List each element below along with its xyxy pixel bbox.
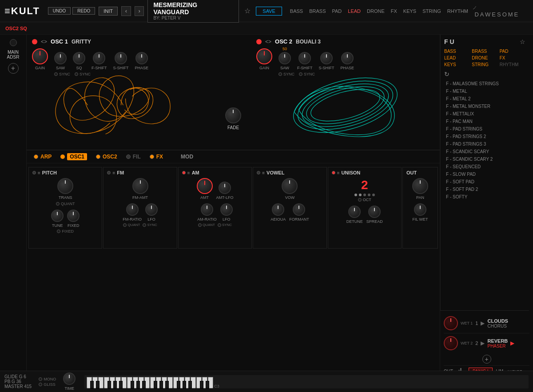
fm-ratio-knob[interactable] — [126, 203, 139, 216]
osc1-sq-knob[interactable] — [73, 52, 85, 64]
right-cat-pad[interactable]: PAD — [500, 49, 525, 54]
tab-drone[interactable]: DRONE — [367, 8, 385, 14]
right-cat-rhythm[interactable]: RHYTHM — [500, 62, 525, 67]
fx2-active-arrow[interactable]: ▶ — [510, 340, 514, 346]
am-ratio-knob[interactable] — [201, 203, 213, 216]
key-20[interactable] — [196, 377, 202, 380]
osc1-led[interactable] — [32, 39, 37, 44]
preset-item-10[interactable]: F - SCANDIC SCARY 2 — [444, 156, 525, 162]
osc1-sshift-knob[interactable] — [115, 52, 127, 64]
key-21[interactable] — [202, 377, 207, 380]
preset-item-12[interactable]: F - SLOW PAD — [444, 171, 525, 178]
mono-item[interactable]: MONO — [39, 377, 56, 380]
key-19[interactable] — [191, 377, 196, 380]
keyboard-display[interactable]: .key-w { width:12px; height:26px; backgr… — [84, 375, 440, 380]
osc1-fshift-knob[interactable] — [93, 52, 105, 64]
am-amtlfo-knob[interactable] — [219, 182, 231, 194]
osc1-gain-knob[interactable] — [32, 48, 48, 64]
osc2-fshift-knob[interactable] — [298, 52, 311, 64]
tab-bass[interactable]: BASS — [290, 8, 303, 14]
tab-keys[interactable]: KEYS — [403, 8, 416, 14]
key-22[interactable] — [208, 377, 213, 380]
preset-item-7[interactable]: F - PAD STRINGS 2 — [444, 133, 525, 140]
preset-item-0[interactable]: F - MALASOME STRINGS — [444, 80, 525, 87]
preset-item-6[interactable]: F - PAD STRINGS — [444, 126, 525, 132]
right-cat-fx[interactable]: FX — [500, 55, 525, 60]
key-9[interactable] — [133, 377, 138, 380]
key-7[interactable] — [121, 377, 127, 380]
key-11[interactable] — [144, 377, 150, 380]
key-15[interactable] — [167, 377, 173, 380]
redo-button[interactable]: REDO — [72, 7, 95, 15]
nav-fil[interactable]: FIL — [126, 154, 141, 160]
time-knob[interactable] — [63, 372, 76, 380]
nav-arp[interactable]: ARP — [34, 154, 52, 160]
fm-amt-knob[interactable] — [132, 178, 148, 194]
pitch-trans-knob[interactable] — [57, 178, 73, 194]
tab-pad[interactable]: PAD — [332, 8, 342, 14]
am-lfo-knob[interactable] — [220, 203, 233, 216]
add-button[interactable]: + — [8, 63, 19, 74]
save-button[interactable]: SAVE — [256, 7, 282, 16]
nav-mod[interactable]: MOD — [172, 154, 193, 160]
nav-fx[interactable]: FX — [150, 154, 163, 160]
fx1-arrow[interactable]: ▶ — [481, 320, 485, 326]
fx2-knob[interactable] — [444, 336, 458, 350]
right-star-btn[interactable]: ☆ — [520, 38, 525, 45]
pitch-fixed-knob[interactable] — [67, 210, 80, 222]
preset-item-1[interactable]: F - METAL — [444, 88, 525, 95]
nav-osc2[interactable]: OSC2 — [96, 154, 117, 160]
key-12[interactable] — [150, 377, 155, 380]
init-button[interactable]: INIT — [99, 7, 118, 16]
fx-add-button[interactable]: + — [482, 355, 491, 364]
unison-detune-knob[interactable] — [348, 206, 361, 218]
right-cat-keys[interactable]: KEYS — [444, 62, 470, 67]
fade-knob[interactable] — [225, 107, 241, 123]
refresh-icon[interactable]: ↻ — [444, 71, 525, 78]
osc2-led[interactable] — [256, 39, 262, 44]
vowel-aeioua-knob[interactable] — [272, 203, 284, 216]
osc1-phase-knob[interactable] — [135, 52, 148, 64]
tab-lead[interactable]: LEAD — [348, 8, 361, 14]
fx1-knob[interactable] — [444, 316, 458, 330]
key-17[interactable] — [179, 377, 184, 380]
preset-item-5[interactable]: F - PAC MAN — [444, 118, 525, 125]
preset-item-15[interactable]: F - SOFTY — [444, 194, 525, 200]
fx2-arrow[interactable]: ▶ — [481, 340, 485, 346]
right-cat-string[interactable]: STRING — [472, 62, 497, 67]
nav-osc1[interactable]: OSC1 — [60, 153, 87, 160]
preset-item-11[interactable]: F - SEQUENCED — [444, 163, 525, 170]
preset-item-3[interactable]: F - METAL MONSTER — [444, 103, 525, 110]
key-14[interactable] — [162, 377, 167, 380]
preset-item-4[interactable]: F - METTALIX — [444, 111, 525, 117]
tab-string[interactable]: STRING — [422, 8, 441, 14]
out-pan-knob[interactable] — [412, 178, 428, 194]
preset-item-14[interactable]: F - SOFT PAD 2 — [444, 186, 525, 193]
key-8[interactable] — [127, 377, 132, 380]
favorite-button[interactable]: ☆ — [244, 7, 251, 15]
osc2-phase-knob[interactable] — [341, 52, 354, 64]
pitch-tune-knob[interactable] — [51, 210, 64, 222]
key-18[interactable] — [185, 377, 190, 380]
out-filwet-knob[interactable] — [414, 203, 426, 216]
am-amt-knob[interactable] — [197, 178, 213, 194]
key-2[interactable] — [92, 377, 98, 380]
tab-rhythm[interactable]: RHYTHM — [447, 8, 468, 14]
osc2-gain-knob[interactable] — [256, 48, 272, 64]
key-1[interactable] — [87, 377, 92, 380]
preset-item-8[interactable]: F - PAD STRINGS 3 — [444, 141, 525, 147]
right-cat-lead[interactable]: LEAD — [444, 55, 470, 60]
osc2-saw-knob[interactable] — [278, 52, 291, 64]
vowel-vow-knob[interactable] — [282, 178, 298, 194]
fm-lfo-knob[interactable] — [145, 203, 158, 216]
right-cat-bass[interactable]: BASS — [444, 49, 470, 54]
key-3[interactable] — [98, 377, 103, 380]
right-cat-drone[interactable]: DRONE — [472, 55, 497, 60]
key-5[interactable] — [110, 377, 115, 380]
main-adsr-led[interactable] — [10, 39, 17, 46]
tab-brass[interactable]: BRASS — [309, 8, 326, 14]
preset-item-2[interactable]: F - METAL 2 — [444, 95, 525, 102]
key-16[interactable] — [173, 377, 179, 380]
key-10[interactable] — [139, 377, 144, 380]
vowel-formant-knob[interactable] — [293, 203, 305, 216]
